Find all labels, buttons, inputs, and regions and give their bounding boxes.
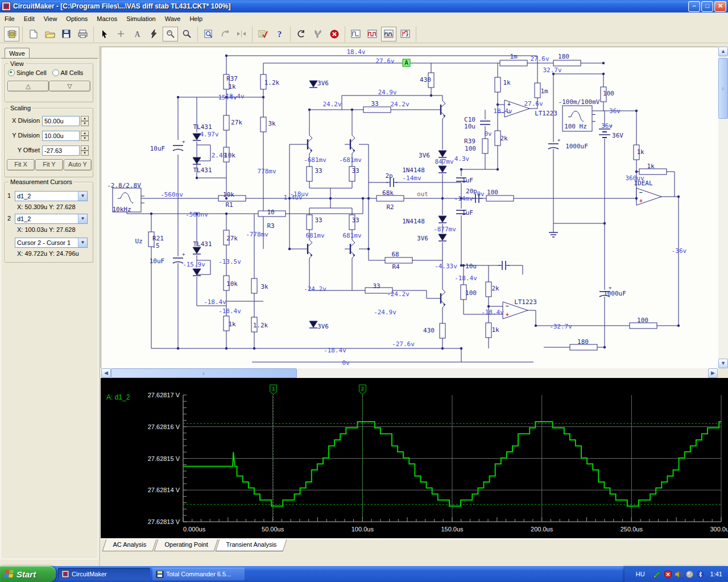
scroll-up-icon[interactable]: ▲ xyxy=(718,47,728,56)
tab-transient-analysis[interactable]: Transient Analysis xyxy=(216,539,287,551)
maximize-button[interactable]: □ xyxy=(701,1,713,12)
fit-x-button[interactable]: Fit X xyxy=(7,159,35,171)
scope-mixed-icon[interactable] xyxy=(398,27,413,41)
svg-text:LT1223: LT1223 xyxy=(535,110,557,117)
save-file-icon[interactable] xyxy=(59,27,74,41)
print-icon[interactable] xyxy=(75,27,90,41)
waveform-plot[interactable]: 27.62817 V27.62816 V27.62815 V27.62814 V… xyxy=(101,378,728,538)
menu-simulation[interactable]: Simulation xyxy=(122,14,160,24)
svg-text:-24.2v: -24.2v xyxy=(387,290,410,298)
text-tool-icon[interactable]: A xyxy=(130,27,145,41)
spinner[interactable]: ▲▼ xyxy=(81,131,89,141)
svg-text:1m: 1m xyxy=(510,53,518,60)
scroll-left-icon[interactable]: ◀ xyxy=(101,368,111,378)
tab-wave[interactable]: Wave xyxy=(5,48,30,59)
probe-tool-icon[interactable] xyxy=(163,27,178,41)
device-icon[interactable] xyxy=(685,570,694,579)
y-offset-input[interactable]: -27.63 xyxy=(42,146,80,156)
svg-text:10k: 10k xyxy=(224,152,235,159)
svg-text:-18.4v: -18.4v xyxy=(218,307,241,315)
schematic-hscrollbar[interactable]: ◀ ‖ ▶ xyxy=(101,368,718,378)
x-division-input[interactable]: 50.00u xyxy=(42,116,80,126)
svg-text:33: 33 xyxy=(351,217,359,224)
toolbar: A? xyxy=(0,25,728,43)
start-button[interactable]: Start xyxy=(0,566,56,582)
scroll-right-icon[interactable]: ▶ xyxy=(708,368,718,378)
chevron-down-icon[interactable]: ▼ xyxy=(78,192,87,201)
scope-analog-icon[interactable] xyxy=(348,27,363,41)
svg-text:36V: 36V xyxy=(612,132,623,139)
spinner[interactable]: ▲▼ xyxy=(81,146,89,156)
svg-text:-24.9v: -24.9v xyxy=(374,309,396,316)
menu-help[interactable]: Help xyxy=(185,14,207,24)
volume-icon[interactable] xyxy=(675,570,683,579)
close-button[interactable]: ✕ xyxy=(714,1,726,12)
scope-transient-icon[interactable] xyxy=(381,27,396,41)
menu-view[interactable]: View xyxy=(39,14,62,24)
chevron-down-icon[interactable]: ▼ xyxy=(78,238,87,247)
tab-ac-analysis[interactable]: AC Analysis xyxy=(102,539,157,551)
radio-single-cell[interactable]: Single Cell xyxy=(8,69,47,76)
zoom-tool-icon[interactable] xyxy=(179,27,195,41)
open-file-icon[interactable] xyxy=(42,27,57,41)
cursor-2-signal-select[interactable]: d1_2▼ xyxy=(15,214,88,224)
y-division-input[interactable]: 10.00u xyxy=(42,131,80,141)
chevron-down-icon[interactable]: ▼ xyxy=(78,214,87,223)
language-indicator[interactable]: HU xyxy=(631,569,650,579)
menu-file[interactable]: File xyxy=(0,14,19,24)
svg-text:out: out xyxy=(417,190,428,198)
svg-text:-24.2v: -24.2v xyxy=(304,285,326,293)
title-bar[interactable]: CircuitMaker - [C:\Program Files\...\VAS… xyxy=(0,0,728,13)
schematic-canvas[interactable]: ++++++−−+−+A18.4v27.6vR371k1.2k1m27.6v18… xyxy=(101,47,718,368)
options-wrench-icon[interactable] xyxy=(310,27,325,41)
menu-edit[interactable]: Edit xyxy=(19,14,39,24)
auto-y-button[interactable]: Auto Y xyxy=(64,159,92,171)
cursor-diff-select[interactable]: Cursor 2 - Cursor 1▼ xyxy=(15,238,88,248)
reset-icon[interactable] xyxy=(293,27,309,41)
svg-text:430: 430 xyxy=(423,327,435,334)
svg-text:IDEAL: IDEAL xyxy=(634,180,652,187)
minimize-button[interactable]: – xyxy=(688,1,700,12)
scope-digital-icon[interactable] xyxy=(365,27,380,41)
rotate-icon[interactable] xyxy=(217,27,233,41)
trace-label: A: d1_2 xyxy=(106,393,130,401)
cursor-1-signal-select[interactable]: d1_2▼ xyxy=(15,191,88,201)
spinner[interactable]: ▲▼ xyxy=(81,116,89,126)
mirror-icon[interactable] xyxy=(234,27,249,41)
pen-icon[interactable] xyxy=(653,570,661,579)
bluetooth-icon[interactable] xyxy=(696,570,705,579)
simulation-check-icon[interactable] xyxy=(255,27,271,41)
wire-tool-icon[interactable] xyxy=(113,27,129,41)
menu-macros[interactable]: Macros xyxy=(92,14,122,24)
arrow-tool-icon[interactable] xyxy=(97,27,112,41)
taskbar-item-total-commander-6-5-[interactable]: Total Commander 6.5... xyxy=(152,568,245,580)
menu-options[interactable]: Options xyxy=(61,14,92,24)
fit-y-button[interactable]: Fit Y xyxy=(35,159,63,171)
svg-text:A: A xyxy=(404,60,408,66)
scroll-down-icon[interactable]: ▼ xyxy=(718,359,728,368)
schematic-vscrollbar[interactable]: ▲ ≡ ▼ xyxy=(718,47,728,368)
svg-text:-18.4v: -18.4v xyxy=(204,298,226,306)
vscroll-thumb[interactable]: ≡ xyxy=(718,58,728,119)
svg-text:3k: 3k xyxy=(260,283,268,290)
delete-tool-icon[interactable] xyxy=(146,27,162,41)
stop-icon[interactable] xyxy=(326,27,342,41)
help-icon[interactable]: ? xyxy=(272,27,287,41)
radio-all-cells[interactable]: All Cells xyxy=(52,69,84,76)
zoom-window-icon[interactable] xyxy=(201,27,216,41)
svg-text:100: 100 xyxy=(487,189,498,196)
tab-operating-point[interactable]: Operating Point xyxy=(154,539,218,551)
parts-browser-icon[interactable] xyxy=(4,27,19,41)
svg-text:10u: 10u xyxy=(465,263,477,270)
svg-text:R37: R37 xyxy=(226,75,238,82)
cell-down-button[interactable]: ▽ xyxy=(49,81,90,92)
svg-text:33: 33 xyxy=(315,167,322,174)
menu-wave[interactable]: Wave xyxy=(160,14,185,24)
taskbar-item-circuitmaker[interactable]: CircuitMaker xyxy=(58,568,150,580)
svg-text:1k: 1k xyxy=(491,326,499,334)
svg-text:1N4148: 1N4148 xyxy=(402,218,425,225)
cell-up-button[interactable]: △ xyxy=(7,81,49,92)
security-shield-icon[interactable] xyxy=(664,570,672,579)
new-file-icon[interactable] xyxy=(26,27,41,41)
hscroll-thumb[interactable]: ‖ xyxy=(111,368,297,378)
